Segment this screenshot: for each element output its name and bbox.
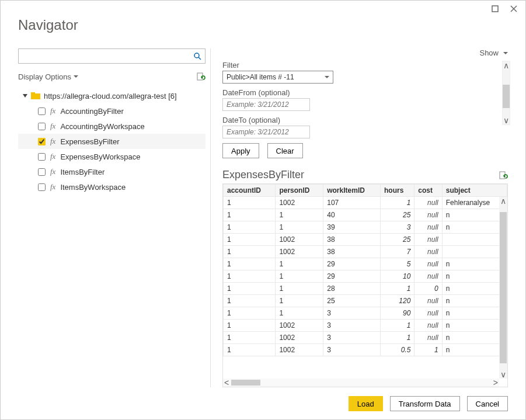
table-cell: 1 [224,307,276,320]
table-row[interactable]: 1125120nulln [224,295,507,307]
tree-root[interactable]: https://allegra-cloud.com/allegra-test [… [18,88,205,103]
maximize-icon[interactable] [490,4,500,13]
chevron-down-icon[interactable] [23,93,29,99]
svg-rect-9 [31,92,35,95]
tree-item[interactable]: fxItemsByFilter [18,164,205,179]
search-field[interactable] [22,51,193,61]
table-cell: null [414,258,442,270]
tree-item[interactable]: fxAccountingByFilter [18,103,205,119]
table-cell: 107 [323,197,381,209]
filter-label: Filter [222,61,508,70]
search-icon[interactable] [193,52,201,60]
table-cell: 10 [380,270,414,283]
scroll-thumb[interactable] [231,380,260,386]
tree-item-checkbox[interactable] [38,107,46,115]
table-cell: 7 [380,246,414,258]
table-cell: 1002 [276,320,323,332]
table-cell: 1 [276,295,323,307]
tree-item-checkbox[interactable] [38,168,46,176]
tree-item[interactable]: fxItemsByWorkspace [18,179,205,195]
table-row[interactable]: 110021071nullFehleranalyse [224,197,507,209]
table-row[interactable]: 11390nulln [224,307,507,320]
close-icon[interactable] [509,4,518,13]
table-cell: null [414,246,442,258]
svg-marker-7 [23,94,27,98]
table-cell [442,246,507,258]
filter-dropdown[interactable]: Public>All items # -11 [222,71,333,84]
datefrom-input[interactable] [222,98,310,111]
table-cell: 1 [224,246,276,258]
table-cell: null [414,209,442,221]
table-row[interactable]: 1100230.51n [224,344,507,356]
load-button[interactable]: Load [349,396,383,411]
show-dropdown[interactable]: Show [479,48,508,57]
table-cell: null [414,221,442,234]
table-cell: 38 [323,246,381,258]
column-header[interactable]: hours [380,185,414,197]
table-row[interactable]: 1100231nulln [224,320,507,332]
table-cell: 1 [224,283,276,295]
scroll-down-icon[interactable]: ∨ [500,370,506,379]
column-header[interactable]: accountID [224,185,276,197]
navigator-dialog: Navigator Display Options [0,0,526,420]
table-cell: 3 [380,221,414,234]
clear-button[interactable]: Clear [267,143,303,158]
table-row[interactable]: 11393nulln [224,221,507,234]
scroll-left-icon[interactable]: < [224,379,229,387]
tree-item-checkbox[interactable] [38,153,46,161]
column-header[interactable]: personID [276,185,323,197]
dateto-input[interactable] [222,126,310,138]
tree-root-label: https://allegra-cloud.com/allegra-test [… [44,92,177,100]
table-vertical-scrollbar[interactable]: ∧ ∨ [499,197,507,379]
scroll-down-icon[interactable]: ∨ [503,116,509,124]
preview-title: ExpensesByFilter [222,169,304,181]
table-cell: n [442,209,507,221]
table-cell: 40 [323,209,381,221]
display-options-dropdown[interactable]: Display Options [18,72,78,81]
tree-item-checkbox[interactable] [38,183,46,191]
search-input[interactable] [18,48,205,64]
scroll-up-icon[interactable]: ∧ [500,197,506,205]
table-cell: 1002 [276,246,323,258]
refresh-icon[interactable] [499,171,508,180]
scroll-right-icon[interactable]: > [493,379,498,387]
transform-data-button[interactable]: Transform Data [390,396,460,411]
table-row[interactable]: 1100231nulln [224,332,507,344]
column-header[interactable]: subject [442,185,507,197]
table-row[interactable]: 114025nulln [224,209,507,221]
apply-button[interactable]: Apply [222,143,259,158]
table-cell: 25 [323,295,381,307]
table-row[interactable]: 112910nulln [224,270,507,283]
column-header[interactable]: workItemID [323,185,381,197]
filter-scrollbar[interactable]: ∧ ∨ [502,61,510,125]
table-cell: 1 [276,270,323,283]
cancel-button[interactable]: Cancel [467,396,508,411]
tree-item[interactable]: fxAccountingByWorkspace [18,119,205,134]
tree-item-checkbox[interactable] [38,123,46,130]
scroll-up-icon[interactable]: ∧ [503,61,509,70]
right-top: Show [222,48,508,57]
table-cell: 1 [414,344,442,356]
table-cell: 3 [323,320,381,332]
table-row[interactable]: 11002387null [224,246,507,258]
scroll-thumb[interactable] [500,212,507,363]
table-horizontal-scrollbar[interactable]: < > [223,379,499,387]
table-cell [442,234,507,246]
table-row[interactable]: 11295nulln [224,258,507,270]
filter-area: Filter Public>All items # -11 DateFrom (… [222,61,508,169]
table-row[interactable]: 112810n [224,283,507,295]
table-cell: 1 [380,283,414,295]
display-options-row: Display Options [18,68,205,85]
refresh-icon[interactable] [196,72,205,81]
table-cell: 1 [224,320,276,332]
tree-item-label: AccountingByFilter [60,107,123,116]
tree-item-checkbox[interactable] [38,138,46,145]
tree-item[interactable]: fxExpensesByWorkspace [18,149,205,164]
scroll-thumb[interactable] [503,85,510,108]
column-header[interactable]: cost [414,185,442,197]
nav-tree: https://allegra-cloud.com/allegra-test [… [18,88,205,387]
tree-item[interactable]: fxExpensesByFilter [18,134,205,149]
function-icon: fx [50,137,55,146]
table-row[interactable]: 110023825null [224,234,507,246]
table-cell: 39 [323,221,381,234]
